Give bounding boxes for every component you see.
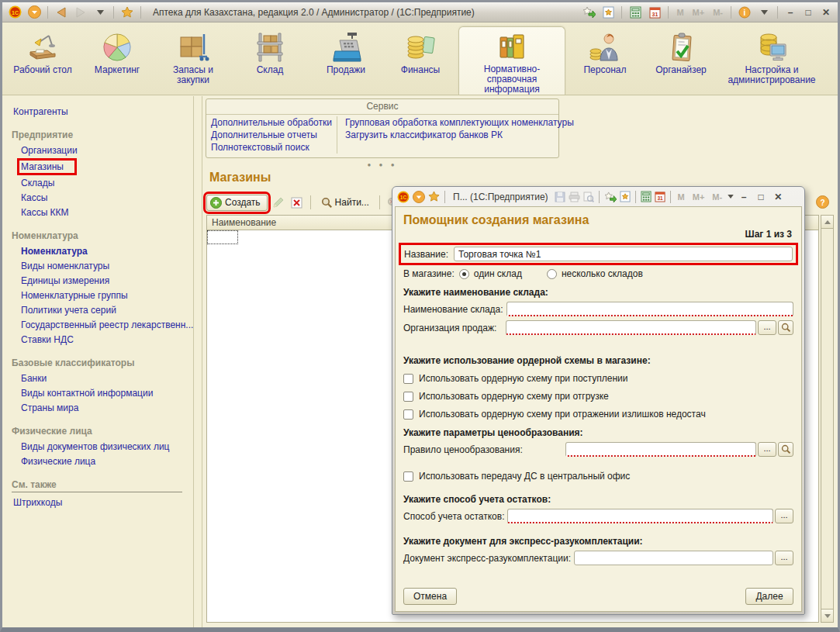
calendar-button[interactable]: 31	[655, 191, 665, 202]
memory-m-minus-button[interactable]: M-	[710, 8, 725, 17]
info-button[interactable]: i	[737, 5, 752, 20]
section-organizer[interactable]: Органайзер	[645, 26, 717, 95]
next-button[interactable]: Далее	[745, 588, 793, 605]
open-favorites-page-button[interactable]	[620, 191, 631, 202]
sales-org-select-button[interactable]: ...	[758, 320, 776, 335]
sidebar-item-nomenklaturnye-gruppy[interactable]: Номенклатурные группы	[19, 288, 130, 302]
sidebar-splitter[interactable]	[195, 96, 202, 627]
sidebar-item-magaziny[interactable]: Магазины	[17, 158, 77, 175]
sidebar-item-kassy-kkm[interactable]: Кассы ККМ	[19, 205, 71, 219]
more-caret-icon[interactable]	[728, 195, 734, 199]
info-caret-icon[interactable]	[756, 5, 772, 20]
memory-m-plus-button[interactable]: M+	[690, 192, 707, 202]
sidebar-item-vidy-kontaktnoj-informacii[interactable]: Виды контактной информации	[19, 386, 154, 400]
service-link-dop-obrabotki[interactable]: Дополнительные обработки	[211, 116, 332, 129]
service-link-zagruzit-klassifikator[interactable]: Загрузить классификатор банков РК	[345, 129, 574, 141]
print-icon[interactable]	[569, 192, 580, 202]
vertical-scrollbar[interactable]	[821, 215, 834, 623]
help-button[interactable]: ?	[814, 194, 830, 209]
scroll-up-arrow[interactable]	[821, 216, 833, 229]
nav-forward-button[interactable]	[73, 5, 88, 20]
unpack-doc-input[interactable]	[574, 551, 773, 565]
panel-splitter-handle[interactable]: ● ● ●	[206, 161, 559, 168]
dialog-window-title: П... (1С:Предприятие)	[453, 192, 548, 202]
section-finance[interactable]: Финансы	[385, 26, 455, 95]
new-row-placeholder[interactable]	[207, 230, 238, 244]
scroll-down-arrow[interactable]	[821, 609, 833, 622]
checkbox-order-receipt[interactable]	[403, 374, 413, 384]
sales-org-label: Организация продаж:	[403, 323, 503, 333]
sidebar-item-nomenklatura[interactable]: Номенклатура	[19, 244, 89, 258]
memory-m-minus-button[interactable]: M-	[710, 192, 724, 202]
shop-name-input[interactable]	[454, 247, 793, 261]
memory-m-plus-button[interactable]: M+	[690, 8, 707, 17]
sidebar-item-vidy-nomenklatury[interactable]: Виды номенклатуры	[19, 259, 111, 273]
memory-m-button[interactable]: M	[674, 8, 686, 17]
create-button[interactable]: Создать	[206, 195, 268, 211]
sidebar-item-sklady[interactable]: Склады	[19, 176, 56, 190]
pricing-rule-select-button[interactable]: ...	[758, 442, 776, 457]
favorites-star-button[interactable]	[428, 191, 440, 202]
close-button[interactable]: ✕	[819, 5, 833, 20]
section-marketing[interactable]: Маркетинг	[81, 26, 153, 95]
sidebar-item-edinicy-izmereniya[interactable]: Единицы измерения	[19, 274, 111, 288]
open-favorites-page-button[interactable]	[600, 5, 616, 20]
calendar-button[interactable]: 31	[647, 5, 662, 20]
section-desktop[interactable]: Рабочий стол	[7, 26, 78, 95]
memory-m-button[interactable]: M	[676, 192, 687, 202]
checkbox-order-surplus[interactable]	[403, 409, 413, 420]
calculator-button[interactable]	[627, 5, 643, 20]
checkbox-order-shipment[interactable]	[403, 392, 413, 402]
stock-method-select-button[interactable]: ...	[775, 509, 793, 523]
main-menu-button[interactable]	[26, 5, 42, 20]
sales-org-input[interactable]	[506, 320, 756, 335]
pricing-rule-input[interactable]	[565, 442, 756, 457]
sidebar-item-vidy-dokumentov[interactable]: Виды документов физических лиц	[19, 440, 171, 454]
sidebar-item-politiki-ucheta-serij[interactable]: Политики учета серий	[19, 303, 118, 317]
nav-back-button[interactable]	[54, 5, 69, 20]
sidebar-item-gos-reestr[interactable]: Государственный реестр лекарственн...	[19, 318, 194, 332]
edit-pencil-icon[interactable]	[271, 195, 286, 210]
sidebar-item-kassy[interactable]: Кассы	[19, 191, 49, 205]
sales-org-search-button[interactable]	[778, 320, 793, 335]
stock-method-input[interactable]	[507, 509, 773, 523]
minimize-button[interactable]: –	[783, 5, 797, 20]
print-preview-icon[interactable]	[583, 192, 594, 202]
checkbox-cash-transfer[interactable]	[403, 471, 413, 482]
service-link-dop-otchety[interactable]: Дополнительные отчеты	[211, 129, 332, 141]
sidebar-item-organizacii[interactable]: Организации	[19, 143, 79, 157]
service-link-polnotekstovyj-poisk[interactable]: Полнотекстовый поиск	[211, 141, 332, 154]
radio-many-warehouses[interactable]	[547, 269, 557, 279]
section-personnel[interactable]: Персонал	[569, 26, 641, 95]
dialog-close-button[interactable]: ✕	[771, 192, 785, 202]
section-settings-administration[interactable]: Настройка и администрирование	[721, 26, 823, 95]
favorites-star-button[interactable]	[119, 5, 135, 20]
calculator-button[interactable]	[641, 191, 652, 202]
add-favorite-button[interactable]	[581, 5, 596, 20]
sidebar-item-stavki-nds[interactable]: Ставки НДС	[19, 333, 75, 347]
add-favorite-button[interactable]	[604, 192, 617, 202]
sidebar-item-shtrihkody[interactable]: Штрихкоды	[12, 496, 64, 509]
dialog-maximize-button[interactable]: □	[754, 192, 768, 202]
delete-icon[interactable]	[289, 195, 305, 210]
section-warehouse[interactable]: Склад	[233, 26, 306, 95]
section-inventory-purchasing[interactable]: Запасы и закупки	[156, 26, 230, 95]
dialog-minimize-button[interactable]: –	[737, 192, 751, 202]
cancel-button[interactable]: Отмена	[403, 588, 457, 605]
sidebar-item-fizicheskie-lica[interactable]: Физические лица	[19, 454, 97, 468]
nav-history-caret-icon[interactable]	[92, 5, 108, 20]
dialog-menu-button[interactable]	[413, 191, 425, 203]
unpack-doc-select-button[interactable]: ...	[775, 551, 793, 565]
sidebar-item-strany-mira[interactable]: Страны мира	[19, 401, 80, 415]
sidebar-item-kontragenty[interactable]: Контрагенты	[12, 105, 70, 119]
maximize-button[interactable]: □	[801, 5, 815, 20]
warehouse-name-input[interactable]	[506, 302, 793, 316]
service-link-gruppovaya-obrabotka[interactable]: Групповая обработка комплектующих номенк…	[345, 116, 574, 129]
sidebar-item-banki[interactable]: Банки	[19, 371, 48, 385]
section-sales[interactable]: Продажи	[309, 26, 382, 95]
find-button[interactable]: Найти...	[316, 195, 374, 210]
radio-one-warehouse[interactable]	[459, 269, 469, 279]
pricing-rule-search-button[interactable]	[778, 442, 793, 457]
section-master-data[interactable]: Нормативно-справочная информация	[458, 26, 565, 95]
save-icon[interactable]	[555, 192, 565, 202]
